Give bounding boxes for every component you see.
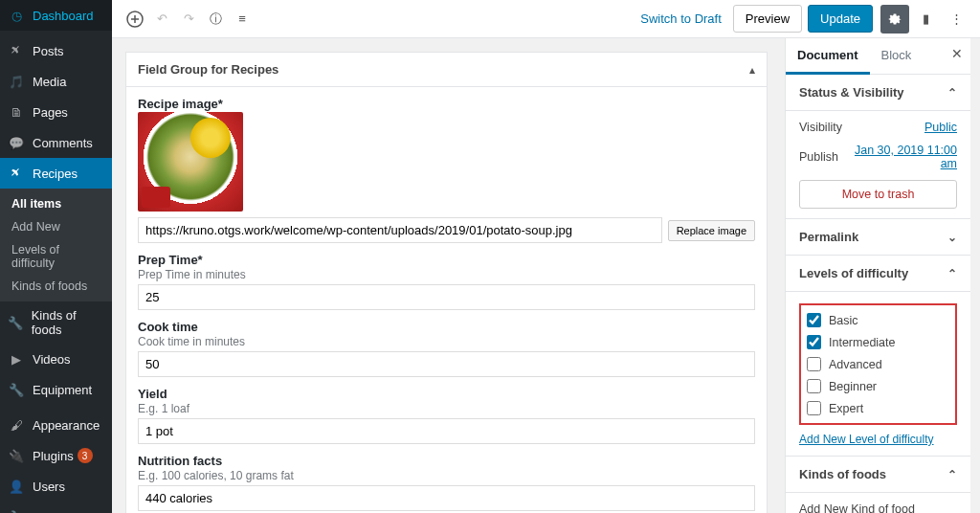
- admin-sidebar: ◷Dashboard Posts 🎵Media 🗎Pages 💬Comments…: [0, 0, 112, 513]
- field-nutrition: Nutrition facts E.g. 100 calories, 10 gr…: [138, 454, 755, 511]
- tab-block[interactable]: Block: [870, 38, 924, 74]
- submenu-all-items[interactable]: All items: [0, 192, 112, 215]
- section-difficulty-body: Basic Intermediate Advanced Beginner Exp…: [786, 292, 970, 457]
- sidebar-item-recipes[interactable]: Recipes: [0, 158, 112, 189]
- sidebar-tabs: Document Block ✕: [786, 38, 970, 75]
- pin-icon: [8, 165, 25, 182]
- sidebar-item-media[interactable]: 🎵Media: [0, 66, 112, 97]
- section-status-body: VisibilityPublic PublishJan 30, 2019 11:…: [786, 111, 970, 219]
- section-permalink[interactable]: Permalink⌄: [786, 219, 970, 256]
- pin-icon: [8, 42, 25, 59]
- undo-button[interactable]: ↶: [148, 6, 175, 33]
- wrench-icon: 🔧: [8, 381, 25, 398]
- field-yield: Yield E.g. 1 loaf: [138, 387, 755, 444]
- wrench-icon: 🔧: [8, 508, 25, 513]
- close-sidebar-button[interactable]: ✕: [951, 46, 963, 61]
- add-block-button[interactable]: [122, 6, 148, 33]
- section-kinds-body: Add New Kind of food Soup✕: [786, 493, 970, 513]
- tab-document[interactable]: Document: [786, 38, 870, 75]
- sidebar-item-appearance[interactable]: 🖌Appearance: [0, 410, 112, 440]
- prep-time-input[interactable]: [138, 284, 755, 310]
- chevron-up-icon: ⌃: [947, 86, 957, 100]
- chevron-up-icon: ⌃: [947, 468, 957, 481]
- switch-to-draft-link[interactable]: Switch to Draft: [640, 11, 722, 26]
- sidebar-item-equipment[interactable]: 🔧Equipment: [0, 374, 112, 405]
- preview-button[interactable]: Preview: [733, 5, 802, 33]
- section-status[interactable]: Status & Visibility⌃: [786, 75, 970, 111]
- difficulty-highlight: Basic Intermediate Advanced Beginner Exp…: [799, 303, 957, 425]
- submenu-levels[interactable]: Levels of difficulty: [0, 238, 112, 275]
- publish-date-link[interactable]: Jan 30, 2019 11:00 am: [838, 144, 957, 170]
- plug-icon: 🔌: [8, 447, 25, 464]
- page-icon: 🗎: [8, 103, 25, 121]
- media-icon: 🎵: [8, 73, 25, 90]
- difficulty-intermediate[interactable]: Intermediate: [807, 331, 949, 353]
- dashboard-icon: ◷: [8, 7, 25, 24]
- play-icon: ▶: [8, 350, 25, 368]
- settings-toggle-button[interactable]: [880, 5, 909, 33]
- settings-sidebar: Document Block ✕ Status & Visibility⌃ Vi…: [785, 38, 970, 513]
- brush-icon: 🖌: [8, 416, 25, 434]
- plugin-badge: 3: [78, 448, 93, 463]
- yield-input[interactable]: [138, 418, 755, 444]
- chevron-up-icon: ⌃: [947, 267, 957, 280]
- nutrition-input[interactable]: [138, 485, 755, 511]
- sidebar-item-videos[interactable]: ▶Videos: [0, 344, 112, 374]
- sidebar-item-pages[interactable]: 🗎Pages: [0, 97, 112, 127]
- comment-icon: 💬: [8, 134, 25, 151]
- chevron-down-icon: ⌄: [947, 231, 957, 244]
- submenu-add-new[interactable]: Add New: [0, 215, 112, 238]
- add-difficulty-link[interactable]: Add New Level of difficulty: [799, 433, 934, 446]
- sidebar-item-kinds-foods[interactable]: 🔧Kinds of foods: [0, 301, 112, 344]
- wrench-icon: 🔧: [8, 314, 24, 331]
- editor-topbar: ↶ ↷ ⓘ ≡ Switch to Draft Preview Update ▮…: [112, 0, 980, 38]
- main-content: Field Group for Recipes ▴ Recipe image* …: [112, 38, 785, 513]
- difficulty-expert[interactable]: Expert: [807, 397, 949, 419]
- sidebar-item-comments[interactable]: 💬Comments: [0, 127, 112, 158]
- info-button[interactable]: ⓘ: [202, 6, 229, 33]
- difficulty-basic[interactable]: Basic: [807, 309, 949, 331]
- sidebar-item-posts[interactable]: Posts: [0, 35, 112, 66]
- more-button[interactable]: ⋮: [942, 5, 970, 33]
- difficulty-advanced[interactable]: Advanced: [807, 353, 949, 375]
- cook-time-input[interactable]: [138, 351, 755, 377]
- recipe-image-preview[interactable]: [138, 112, 243, 212]
- panel-body: Recipe image* Replace image Prep Time* P…: [125, 86, 768, 513]
- panel-header: Field Group for Recipes ▴: [125, 52, 768, 86]
- update-button[interactable]: Update: [808, 5, 873, 33]
- sidebar-item-dashboard[interactable]: ◷Dashboard: [0, 0, 112, 31]
- toolset-button[interactable]: ▮: [911, 5, 940, 33]
- submenu-kinds[interactable]: Kinds of foods: [0, 275, 112, 298]
- recipe-image-url-input[interactable]: [138, 217, 662, 243]
- replace-image-button[interactable]: Replace image: [668, 220, 755, 241]
- collapse-panel-icon[interactable]: ▴: [749, 63, 755, 77]
- section-kinds[interactable]: Kinds of foods⌃: [786, 457, 970, 493]
- sidebar-item-plugins[interactable]: 🔌Plugins3: [0, 440, 112, 471]
- field-recipe-image: Recipe image* Replace image: [138, 97, 755, 243]
- panel-title: Field Group for Recipes: [138, 62, 278, 77]
- recipes-submenu: All items Add New Levels of difficulty K…: [0, 189, 112, 301]
- section-difficulty[interactable]: Levels of difficulty⌃: [786, 256, 970, 292]
- move-to-trash-button[interactable]: Move to trash: [799, 180, 957, 209]
- sidebar-item-tools[interactable]: 🔧Tools: [0, 502, 112, 513]
- field-prep-time: Prep Time* Prep Time in minutes: [138, 253, 755, 310]
- field-cook-time: Cook time Cook time in minutes: [138, 320, 755, 377]
- outline-button[interactable]: ≡: [229, 6, 256, 33]
- redo-button[interactable]: ↷: [175, 6, 202, 33]
- sidebar-item-users[interactable]: 👤Users: [0, 471, 112, 502]
- difficulty-beginner[interactable]: Beginner: [807, 375, 949, 397]
- visibility-link[interactable]: Public: [924, 121, 957, 134]
- user-icon: 👤: [8, 478, 25, 495]
